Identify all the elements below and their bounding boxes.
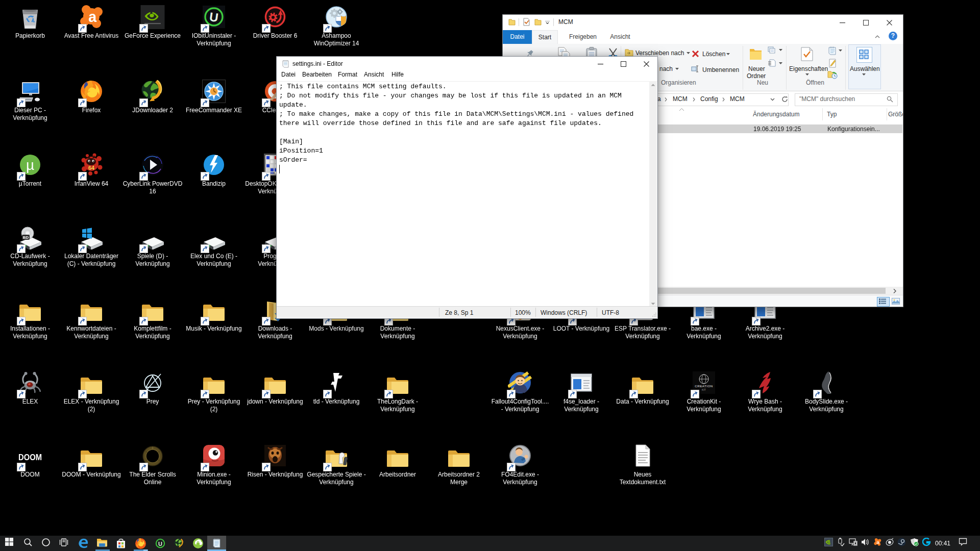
svg-text:64: 64 — [88, 165, 95, 171]
svg-text:a: a — [876, 539, 879, 545]
svg-text:BD: BD — [23, 235, 29, 240]
svg-text:DOOM: DOOM — [18, 453, 42, 462]
svg-text:KIT: KIT — [702, 388, 706, 391]
svg-text:a: a — [88, 9, 97, 25]
svg-text:U: U — [158, 541, 162, 547]
svg-text:µ: µ — [26, 157, 34, 173]
svg-text:CREATION: CREATION — [695, 384, 713, 388]
